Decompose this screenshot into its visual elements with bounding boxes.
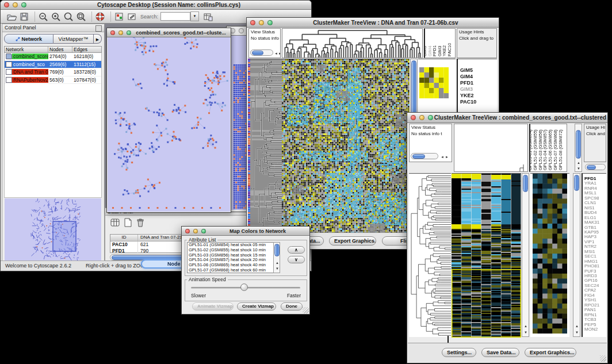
tv2-heatmap-vscrollbar[interactable]: ▲ ▼ — [522, 173, 529, 337]
zoom-in-icon[interactable] — [51, 12, 61, 22]
tv2-save-data-button[interactable]: Save Data... — [481, 348, 519, 357]
tv2-hints-scroll-thumb[interactable] — [587, 165, 596, 170]
tv2-collabel-vscrollbar[interactable]: ▲ ▼ — [575, 124, 582, 172]
treeview-window-combined: ClusterMaker TreeView : combined_scores_… — [407, 112, 608, 363]
tv2-heatmap[interactable] — [452, 173, 521, 338]
tv1-zoom-heatmap[interactable] — [419, 67, 449, 98]
tv2-titlebar[interactable]: ClusterMaker TreeView : combined_scores_… — [407, 113, 607, 123]
tv2-heatmap-vscroll-thumb[interactable] — [523, 175, 528, 192]
resize-grip[interactable] — [303, 307, 309, 313]
scroll-up-arrow[interactable]: ▲ — [524, 324, 527, 328]
tv1-status-scrollbar[interactable] — [250, 49, 273, 56]
zoom-fit-icon[interactable] — [63, 12, 74, 22]
tv1-export-graphics-button[interactable]: Export Graphics... — [329, 236, 376, 246]
scroll-right-arrow[interactable]: ► — [445, 155, 449, 159]
attribute-list-vscrollbar[interactable]: ▲ ▼ — [273, 242, 280, 273]
tv2-status-scrollbar[interactable] — [411, 153, 438, 159]
tv2-zoom-vscroll-thumb[interactable] — [574, 175, 579, 191]
main-titlebar[interactable]: Cytoscape Desktop (Session Name: collins… — [1, 1, 311, 10]
scroll-up-arrow[interactable]: ▲ — [276, 261, 279, 265]
import-table-icon[interactable] — [202, 12, 213, 22]
tv2-settings-button[interactable]: Settings... — [442, 348, 476, 357]
tv2-gene-list-panel[interactable]: PFD1YRA1RNR4MSL1SPC98CLN1NIS1BUD4ELG1MAK… — [582, 173, 606, 337]
network-table-header[interactable]: Network Nodes Edges — [4, 46, 102, 53]
move-up-button[interactable]: ∧ — [288, 246, 305, 254]
network-overview-thumbnail[interactable] — [5, 198, 101, 262]
zoom-button[interactable] — [127, 30, 131, 35]
minimize-button[interactable] — [118, 30, 123, 35]
tv2-collabel-vscroll-thumb[interactable] — [576, 130, 581, 159]
search-input[interactable] — [160, 12, 190, 21]
search-dropdown-button[interactable]: ▼ — [190, 12, 199, 21]
tv2-column-labels-panel[interactable]: GPL51-01 (GSM854)GPL51-02 (GSM855)GPL51-… — [529, 124, 567, 172]
attribute-listbox[interactable]: GPL51-01 (GSM854) heat shock 05 minGPL51… — [187, 242, 280, 273]
zoom-selected-icon[interactable] — [76, 12, 86, 22]
scroll-right-arrow[interactable]: ► — [278, 52, 281, 55]
tv1-titlebar[interactable]: ClusterMaker TreeView : DNA and Tran 07-… — [247, 18, 499, 28]
zoom-button[interactable] — [201, 229, 206, 233]
tv2-column-dendrogram[interactable] — [454, 124, 527, 171]
attribute-table-icon[interactable] — [110, 217, 120, 228]
close-button[interactable] — [250, 20, 255, 25]
speed-slider-thumb[interactable] — [240, 283, 248, 291]
create-vizmap-button[interactable]: Create Vizmap — [237, 302, 276, 311]
scroll-down-arrow[interactable]: ▼ — [575, 331, 579, 334]
scroll-down-arrow[interactable]: ▼ — [577, 167, 580, 170]
zoom-button[interactable] — [428, 115, 433, 120]
attribute-list-item[interactable]: GPL51-07 (GSM868) heat shock 60 min — [188, 268, 280, 273]
delete-attribute-icon[interactable] — [135, 217, 146, 228]
tv2-status-scroll-thumb[interactable] — [412, 154, 425, 159]
tv2-hints-scrollbar[interactable] — [585, 164, 606, 170]
close-button[interactable] — [185, 229, 190, 233]
tv2-export-graphics-button[interactable]: Export Graphics... — [525, 348, 576, 357]
scroll-up-arrow[interactable]: ▲ — [575, 324, 579, 328]
scroll-up-arrow[interactable]: ▲ — [577, 161, 580, 164]
minimize-button[interactable] — [259, 20, 264, 25]
minimize-button[interactable] — [13, 2, 18, 7]
tv1-row-dendrogram[interactable] — [250, 59, 282, 236]
annotation-icon[interactable] — [127, 12, 137, 22]
help-lifesaver-icon[interactable] — [95, 12, 105, 22]
network-table-row[interactable]: combined_scores2764(0)16218(0) — [5, 53, 101, 61]
tab-scroll-arrow[interactable]: ▶ — [94, 34, 102, 44]
resize-grip[interactable] — [600, 355, 606, 362]
network1-view-canvas[interactable] — [108, 37, 230, 212]
tab-vizmapper[interactable]: VizMapper™ — [53, 34, 94, 44]
scroll-down-arrow[interactable]: ▼ — [524, 331, 527, 334]
close-button[interactable] — [110, 30, 115, 35]
network-table-row[interactable]: combined_sco2569(6)13112(15) — [5, 61, 101, 69]
scroll-down-arrow[interactable]: ▼ — [276, 267, 279, 270]
move-down-button[interactable]: ∨ — [288, 256, 305, 263]
tv1-heatmap[interactable] — [282, 59, 410, 236]
dialog-titlebar[interactable]: Map Colors to Network — [182, 227, 309, 236]
plugin-grid-icon[interactable] — [114, 12, 124, 22]
tv1-status-scroll-thumb[interactable] — [252, 51, 263, 55]
animate-vizmap-button[interactable]: Animate Vizmap — [192, 302, 234, 311]
network1-titlebar[interactable]: combined_scores_good.txt--cluste... — [107, 28, 231, 37]
scroll-left-arrow[interactable]: ◄ — [274, 52, 278, 55]
tv2-row-dendrogram[interactable] — [409, 174, 451, 337]
minimize-button[interactable] — [193, 229, 198, 233]
zoom-button[interactable] — [267, 20, 273, 25]
network-table-row[interactable]: RNAPuberNov2+563(0)107847(0) — [5, 76, 101, 85]
attribute-list-vscroll-thumb[interactable] — [274, 244, 280, 256]
tab-network[interactable]: Network — [4, 34, 53, 44]
tv2-zoom-vscrollbar[interactable]: ▲ ▼ — [573, 173, 580, 337]
float-panel-icon[interactable] — [95, 25, 102, 32]
status-welcome: Welcome to Cytoscape 2.6.2 — [5, 263, 71, 269]
tv1-column-labels-panel[interactable]: GIM5GIM4PFD1GIM3YKE2PAC10 — [424, 28, 456, 58]
zoom-button[interactable] — [21, 2, 26, 7]
zoom-out-icon[interactable] — [38, 12, 48, 22]
network-table-row[interactable]: DNA and Tran 07769(0)183728(0) — [5, 68, 101, 76]
new-attribute-icon[interactable] — [123, 217, 133, 228]
open-file-icon[interactable] — [6, 12, 17, 22]
minimize-button[interactable] — [239, 28, 244, 33]
done-button[interactable]: Done — [281, 302, 303, 311]
minimize-button[interactable] — [419, 115, 424, 120]
scroll-left-arrow[interactable]: ◄ — [441, 155, 444, 159]
tv2-zoom-heatmap[interactable] — [533, 174, 567, 334]
save-icon[interactable] — [19, 12, 29, 22]
close-button[interactable] — [4, 2, 9, 7]
tv1-column-dendrogram[interactable] — [282, 29, 422, 58]
close-button[interactable] — [411, 115, 416, 120]
